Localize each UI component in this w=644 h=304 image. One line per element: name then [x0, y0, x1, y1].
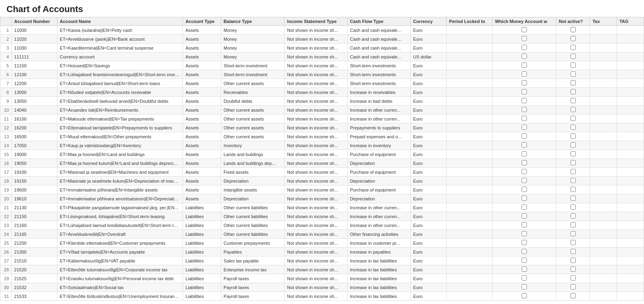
money-account-checkbox[interactable] — [493, 26, 556, 35]
money-account-checkbox-input[interactable] — [522, 62, 527, 68]
not-active-checkbox-input[interactable] — [571, 284, 576, 289]
not-active-checkbox[interactable] — [556, 212, 590, 221]
not-active-checkbox[interactable] — [556, 61, 590, 70]
col-header-cashflow[interactable]: Cash Flow Type — [347, 17, 411, 26]
money-account-checkbox[interactable] — [493, 150, 556, 159]
money-account-checkbox[interactable] — [493, 141, 556, 150]
not-active-checkbox[interactable] — [556, 194, 590, 203]
not-active-checkbox-input[interactable] — [571, 151, 576, 156]
not-active-checkbox-input[interactable] — [571, 80, 576, 85]
money-account-checkbox-input[interactable] — [522, 204, 527, 210]
money-account-checkbox-input[interactable] — [522, 107, 527, 112]
not-active-checkbox[interactable] — [556, 97, 590, 106]
money-account-checkbox-input[interactable] — [522, 98, 527, 103]
money-account-checkbox[interactable] — [493, 283, 556, 292]
not-active-checkbox[interactable] — [556, 141, 590, 150]
money-account-checkbox-input[interactable] — [522, 178, 527, 183]
col-header-not-active[interactable]: Not active? — [556, 17, 590, 26]
money-account-checkbox-input[interactable] — [522, 293, 527, 298]
not-active-checkbox[interactable] — [556, 88, 590, 97]
col-header-tag[interactable]: TAG — [617, 17, 644, 26]
col-header-account-name[interactable]: Account Name — [57, 17, 183, 26]
money-account-checkbox[interactable] — [493, 70, 556, 79]
col-header-currency[interactable]: Currency — [411, 17, 447, 26]
money-account-checkbox[interactable] — [493, 203, 556, 212]
money-account-checkbox-input[interactable] — [522, 36, 527, 41]
money-account-checkbox[interactable] — [493, 185, 556, 194]
money-account-checkbox[interactable] — [493, 239, 556, 248]
money-account-checkbox[interactable] — [493, 79, 556, 88]
money-account-checkbox[interactable] — [493, 274, 556, 283]
not-active-checkbox-input[interactable] — [571, 36, 576, 41]
col-header-account-number[interactable]: Account Number — [12, 17, 57, 26]
money-account-checkbox-input[interactable] — [522, 213, 527, 219]
money-account-checkbox-input[interactable] — [522, 151, 527, 156]
not-active-checkbox[interactable] — [556, 132, 590, 141]
money-account-checkbox-input[interactable] — [522, 231, 527, 236]
not-active-checkbox[interactable] — [556, 239, 590, 248]
money-account-checkbox-input[interactable] — [522, 160, 527, 165]
money-account-checkbox-input[interactable] — [522, 196, 527, 201]
not-active-checkbox-input[interactable] — [571, 27, 576, 32]
not-active-checkbox[interactable] — [556, 26, 590, 35]
not-active-checkbox[interactable] — [556, 274, 590, 283]
money-account-checkbox[interactable] — [493, 256, 556, 265]
not-active-checkbox-input[interactable] — [571, 187, 576, 192]
money-account-checkbox-input[interactable] — [522, 169, 527, 174]
money-account-checkbox[interactable] — [493, 230, 556, 239]
not-active-checkbox-input[interactable] — [571, 267, 576, 272]
money-account-checkbox-input[interactable] — [522, 240, 527, 245]
not-active-checkbox[interactable] — [556, 265, 590, 274]
not-active-checkbox-input[interactable] — [571, 89, 576, 94]
not-active-checkbox[interactable] — [556, 106, 590, 115]
money-account-checkbox[interactable] — [493, 61, 556, 70]
not-active-checkbox-input[interactable] — [571, 249, 576, 254]
money-account-checkbox-input[interactable] — [522, 284, 527, 289]
not-active-checkbox[interactable] — [556, 115, 590, 123]
money-account-checkbox[interactable] — [493, 52, 556, 61]
not-active-checkbox-input[interactable] — [571, 196, 576, 201]
not-active-checkbox[interactable] — [556, 35, 590, 44]
not-active-checkbox[interactable] — [556, 283, 590, 292]
not-active-checkbox-input[interactable] — [571, 125, 576, 130]
col-header-account-type[interactable]: Account Type — [183, 17, 221, 26]
not-active-checkbox[interactable] — [556, 44, 590, 52]
money-account-checkbox[interactable] — [493, 88, 556, 97]
col-header-period-locked[interactable]: Period Locked to — [447, 17, 493, 26]
not-active-checkbox-input[interactable] — [571, 160, 576, 165]
not-active-checkbox-input[interactable] — [571, 54, 576, 59]
not-active-checkbox[interactable] — [556, 292, 590, 301]
money-account-checkbox[interactable] — [493, 265, 556, 274]
money-account-checkbox[interactable] — [493, 132, 556, 141]
col-header-income-stmt[interactable]: Income Statement Type — [285, 17, 348, 26]
not-active-checkbox[interactable] — [556, 52, 590, 61]
not-active-checkbox[interactable] — [556, 79, 590, 88]
not-active-checkbox[interactable] — [556, 256, 590, 265]
money-account-checkbox-input[interactable] — [522, 54, 527, 59]
not-active-checkbox-input[interactable] — [571, 107, 576, 112]
money-account-checkbox-input[interactable] — [522, 80, 527, 85]
money-account-checkbox[interactable] — [493, 212, 556, 221]
money-account-checkbox[interactable] — [493, 221, 556, 230]
not-active-checkbox[interactable] — [556, 248, 590, 256]
not-active-checkbox[interactable] — [556, 185, 590, 194]
money-account-checkbox-input[interactable] — [522, 258, 527, 263]
col-header-balance-type[interactable]: Balance Type — [221, 17, 284, 26]
col-header-money-account[interactable]: Which Money Account w — [493, 17, 556, 26]
money-account-checkbox-input[interactable] — [522, 187, 527, 192]
money-account-checkbox-input[interactable] — [522, 222, 527, 227]
not-active-checkbox[interactable] — [556, 70, 590, 79]
money-account-checkbox[interactable] — [493, 106, 556, 115]
money-account-checkbox-input[interactable] — [522, 125, 527, 130]
not-active-checkbox-input[interactable] — [571, 231, 576, 236]
money-account-checkbox-input[interactable] — [522, 89, 527, 94]
not-active-checkbox-input[interactable] — [571, 178, 576, 183]
not-active-checkbox-input[interactable] — [571, 204, 576, 210]
col-header-tax[interactable]: Tax — [590, 17, 617, 26]
money-account-checkbox-input[interactable] — [522, 249, 527, 254]
not-active-checkbox-input[interactable] — [571, 213, 576, 219]
not-active-checkbox-input[interactable] — [571, 258, 576, 263]
not-active-checkbox-input[interactable] — [571, 45, 576, 50]
not-active-checkbox-input[interactable] — [571, 116, 576, 121]
money-account-checkbox[interactable] — [493, 248, 556, 256]
